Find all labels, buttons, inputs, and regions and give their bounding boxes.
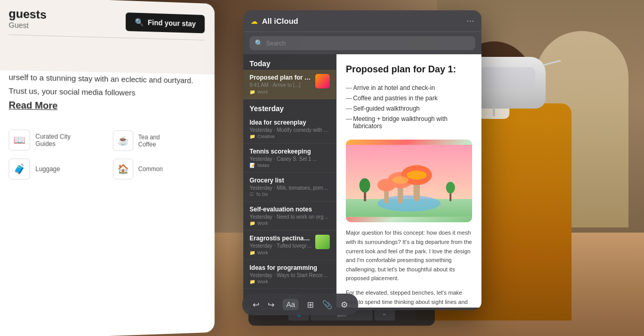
notes-panel: ☁ All iCloud ··· 🔍 Search Today Proposed… — [243, 10, 481, 310]
note-title-selfevaluation: Self-evaluation notes — [250, 206, 330, 213]
folder-icon: 📁 — [250, 89, 255, 95]
luggage-icon: 🧳 — [9, 158, 30, 179]
settings-button[interactable]: ⚙ — [341, 300, 348, 310]
body-paragraph-1: Major question for this concept: how doe… — [346, 228, 472, 283]
note-preview-eragrostis: Yesterday · Tufted lovegrass... — [250, 243, 312, 249]
redo-button[interactable]: ↪ — [268, 300, 274, 310]
description-section: urself to a stunning stay with an eclect… — [0, 70, 215, 116]
divider — [9, 35, 205, 40]
note-body-text: Major question for this concept: how doe… — [346, 228, 472, 308]
search-magnifier-icon: 🔍 — [255, 39, 263, 47]
checklist-item-3: Self-guided walkthrough — [346, 103, 472, 114]
undo-button[interactable]: ↩ — [253, 300, 259, 310]
note-item-programming[interactable]: Ideas for programming Yesterday · Ways t… — [243, 260, 336, 289]
checklist: Arrive in at hotel and check-in Coffee a… — [346, 83, 472, 131]
note-item-grocery[interactable]: Grocery list Yesterday · Milk, tomatoes,… — [243, 173, 336, 202]
tea-coffee-label: Tea and Coffee — [138, 133, 160, 148]
amenity-tea-coffee: ☕ Tea and Coffee — [112, 130, 204, 151]
guest-value: Guest — [9, 21, 47, 30]
note-title-grocery: Grocery list — [250, 177, 330, 184]
icloud-icon: ☁ — [251, 17, 258, 25]
amenity-common: 🏠 Common — [112, 159, 204, 179]
note-meta-grocery: ☑ To Do — [250, 192, 330, 197]
note-item-selfevaluation[interactable]: Self-evaluation notes Yesterday · Need t… — [243, 202, 336, 231]
checklist-item-2: Coffee and pastries in the park — [346, 93, 472, 103]
svg-point-14 — [446, 182, 455, 194]
note-meta-tennis: 📝 Notes — [250, 163, 330, 168]
table-button[interactable]: ⊞ — [307, 300, 314, 310]
note-title-eragrostis: Eragrostis pectinaces — [250, 235, 312, 242]
search-input-wrapper[interactable]: 🔍 Search — [250, 36, 475, 50]
note-item-tennis[interactable]: Tennis scorekeeping Yesterday · Casey S.… — [243, 144, 336, 173]
note-preview-grocery: Yesterday · Milk, tomatoes, pomontino... — [250, 185, 330, 191]
guests-label: guests — [9, 7, 47, 22]
note-folder-day1: Work — [257, 89, 268, 95]
more-options-icon[interactable]: ··· — [466, 16, 474, 26]
note-thumb-day1 — [315, 74, 330, 88]
search-bar: 🔍 Search — [243, 32, 481, 54]
format-button[interactable]: Aa — [283, 299, 299, 310]
note-preview-tennis: Yesterday · Casey S. Set 1 ... — [250, 156, 330, 162]
note-content-area[interactable]: Proposed plan for Day 1: Arrive in at ho… — [336, 54, 481, 308]
note-preview-selfevaluation: Yesterday · Need to work on organizati..… — [250, 214, 330, 220]
titlebar-controls: ··· — [466, 16, 474, 26]
note-item-day1[interactable]: Proposed plan for Day 1: 9:41 AM · Arriv… — [243, 70, 336, 99]
panel-header: guests Guest 🔍 Find your stay — [9, 7, 205, 35]
note-preview-programming: Yesterday · Ways to Start Recording fo..… — [250, 272, 330, 278]
luggage-label: Luggage — [35, 165, 60, 173]
common-label: Common — [138, 165, 163, 173]
note-meta-screenplay: 📁 Creative — [250, 134, 330, 139]
note-content-title: Proposed plan for Day 1: — [346, 64, 472, 75]
city-guides-icon: 📖 — [9, 129, 30, 150]
note-meta-eragrostis: 📁 Work — [250, 250, 330, 255]
find-stay-button[interactable]: 🔍 Find your stay — [126, 12, 204, 33]
note-title-day1: Proposed plan for Day 1: — [250, 74, 312, 81]
note-item-screenplay[interactable]: Idea for screenplay Yesterday · Modify c… — [243, 115, 336, 144]
note-title-programming: Ideas for programming — [250, 264, 330, 271]
note-illustration — [346, 140, 472, 222]
find-stay-label: Find your stay — [148, 18, 196, 28]
svg-point-12 — [359, 178, 370, 193]
svg-point-9 — [392, 177, 408, 184]
notes-toolbar: ↩ ↪ Aa ⊞ 📎 ⚙ — [242, 294, 358, 315]
amenity-grid: 📖 Curated City Guides ☕ Tea and Coffee 🧳… — [9, 129, 205, 179]
svg-point-10 — [407, 171, 427, 179]
today-section-header: Today — [243, 54, 336, 70]
city-guides-label: Curated City Guides — [35, 133, 70, 148]
key-return[interactable]: ↵ — [374, 309, 395, 320]
notes-list: Today Proposed plan for Day 1: 9:41 AM ·… — [243, 54, 336, 308]
body-paragraph-2: For the elevated, stepped benches, let's… — [346, 288, 472, 308]
search-placeholder: Search — [266, 40, 286, 47]
amenity-luggage: 🧳 Luggage — [9, 158, 105, 179]
search-icon: 🔍 — [135, 18, 144, 26]
tea-coffee-icon: ☕ — [112, 130, 133, 151]
notes-title: All iCloud — [262, 17, 298, 25]
note-title-tennis: Tennis scorekeeping — [250, 148, 330, 155]
common-icon: 🏠 — [112, 159, 133, 179]
note-meta-selfevaluation: 📁 Work — [250, 221, 330, 226]
notes-body: Today Proposed plan for Day 1: 9:41 AM ·… — [243, 54, 481, 308]
note-title-screenplay: Idea for screenplay — [250, 119, 330, 126]
panel-top-section: guests Guest 🔍 Find your stay — [0, 0, 215, 74]
amenities-section: 📖 Curated City Guides ☕ Tea and Coffee 🧳… — [0, 113, 215, 190]
note-item-eragrostis[interactable]: Eragrostis pectinaces Yesterday · Tufted… — [243, 231, 336, 260]
note-meta-day1: 📁 Work — [250, 89, 330, 95]
yesterday-section-header: Yesterday — [243, 99, 336, 115]
note-preview-screenplay: Yesterday · Modify comedy with two of ..… — [250, 127, 330, 133]
read-more-link[interactable]: Read More — [9, 100, 58, 111]
folder-icon-2: 📁 — [250, 134, 255, 139]
amenity-city-guides: 📖 Curated City Guides — [9, 129, 105, 151]
titlebar-left: ☁ All iCloud — [251, 17, 298, 25]
travel-website-panel: guests Guest 🔍 Find your stay urself to … — [0, 0, 215, 336]
description-text: urself to a stunning stay with an eclect… — [9, 70, 205, 116]
notes-titlebar: ☁ All iCloud ··· — [243, 10, 481, 32]
note-thumb-eragrostis — [315, 235, 330, 249]
note-meta-programming: 📁 Work — [250, 279, 330, 284]
checklist-item-1: Arrive in at hotel and check-in — [346, 83, 472, 93]
note-preview-day1: 9:41 AM · Arrive to [...] — [250, 82, 312, 88]
attach-button[interactable]: 📎 — [322, 300, 332, 310]
checklist-item-4: Meeting + bridge walkthrough with fabric… — [346, 114, 472, 131]
